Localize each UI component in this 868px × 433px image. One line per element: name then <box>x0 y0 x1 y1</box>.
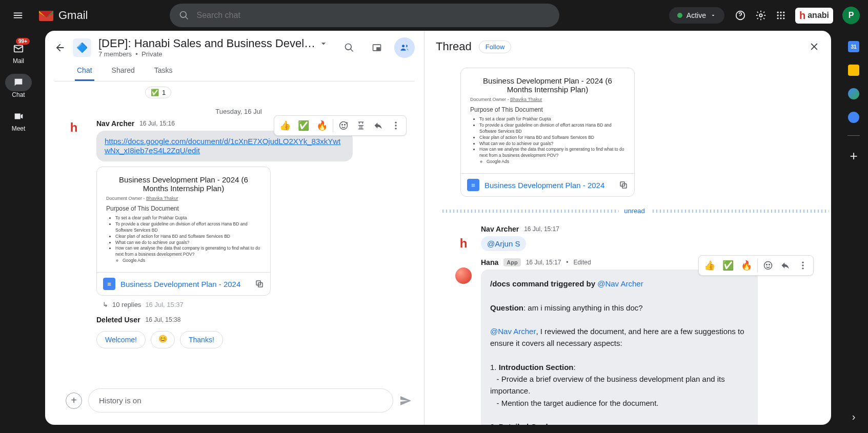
back-arrow-icon[interactable] <box>54 42 66 53</box>
mention-chip[interactable]: @Arjun S <box>481 236 526 251</box>
account-avatar[interactable]: P <box>842 7 860 24</box>
topbar-icons: hanabi P <box>735 7 860 24</box>
smart-replies: Welcome! 😊 Thanks! <box>96 331 412 348</box>
topbar: Gmail Active hanabi P <box>0 0 868 31</box>
sender-name: Deleted User <box>96 316 140 324</box>
compose-row: + History is on <box>45 381 424 425</box>
thread-header: Thread Follow <box>425 31 831 63</box>
messages-list[interactable]: ✅1 Tuesday, 16 Jul 👍 ✅ 🔥 h Nav Archer 16… <box>45 81 424 381</box>
doc-link[interactable]: https://docs.google.com/document/d/1cXnE… <box>105 137 340 155</box>
tab-tasks[interactable]: Tasks <box>152 61 175 81</box>
gdoc-icon: ≡ <box>103 278 115 290</box>
nav-chat[interactable]: Chat <box>0 71 37 101</box>
doc-preview-card[interactable]: Business Development Plan - 2024 (6 Mont… <box>96 167 271 296</box>
nav-mail[interactable]: 99+ Mail <box>0 37 37 68</box>
main-menu-icon[interactable] <box>8 6 28 25</box>
space-avatar-icon: 🔷 <box>73 38 91 57</box>
right-rail: 31 + › <box>839 31 868 433</box>
mention[interactable]: @Nav Archer <box>597 279 643 288</box>
tasks-icon[interactable] <box>848 88 859 99</box>
doc-chip-name[interactable]: Business Development Plan - 2024 <box>120 280 250 288</box>
chat-header: 🔷 [DEP]: Hanabi Sales and Business Devel… <box>45 31 424 81</box>
sender-avatar[interactable]: h <box>455 235 472 252</box>
svg-point-9 <box>780 17 781 19</box>
doc-preview-card[interactable]: Business Development Plan - 2024 (6 Mont… <box>460 68 635 197</box>
nav-meet-label: Meet <box>12 125 26 132</box>
space-title[interactable]: [DEP]: Hanabi Sales and Business Devel… <box>98 37 332 50</box>
search-input[interactable] <box>196 11 550 20</box>
chevron-down-icon[interactable] <box>318 38 329 49</box>
svg-point-6 <box>780 14 781 16</box>
svg-point-29 <box>802 267 803 269</box>
send-icon[interactable] <box>399 395 412 407</box>
thread-column: Thread Follow Business Development Plan … <box>425 31 831 425</box>
gmail-logo[interactable]: Gmail <box>38 9 88 22</box>
members-icon[interactable] <box>394 37 415 58</box>
mail-icon <box>13 43 24 54</box>
svg-point-19 <box>395 128 396 129</box>
app-badge: App <box>503 258 520 266</box>
follow-button[interactable]: Follow <box>479 40 512 53</box>
nav-meet[interactable]: Meet <box>0 105 37 135</box>
svg-point-4 <box>783 12 784 13</box>
contacts-icon[interactable] <box>848 112 859 123</box>
status-dot-icon <box>677 13 682 18</box>
compose-input[interactable]: History is on <box>88 388 393 413</box>
mention[interactable]: @Nav Archer <box>490 327 536 336</box>
thread-title: Thread <box>436 40 472 53</box>
message-time: 16 Jul, 15:16 <box>139 120 175 127</box>
search-bar[interactable] <box>170 4 559 27</box>
svg-point-13 <box>402 45 405 47</box>
help-icon[interactable] <box>735 10 746 21</box>
svg-point-3 <box>780 12 781 13</box>
status-chip[interactable]: Active <box>669 7 724 24</box>
sender-avatar[interactable]: h <box>66 119 82 136</box>
calendar-icon[interactable]: 31 <box>848 41 859 52</box>
gdoc-icon: ≡ <box>467 179 479 191</box>
add-addon-icon[interactable]: + <box>850 148 857 164</box>
chevron-down-icon <box>710 12 716 18</box>
app-message-bubble: /docs command triggered by @Nav Archer Q… <box>481 270 758 425</box>
doc-section-heading: Purpose of This Document <box>106 205 261 212</box>
close-thread-icon[interactable] <box>809 41 820 52</box>
mail-badge: 99+ <box>16 38 30 45</box>
tab-chat[interactable]: Chat <box>75 61 94 81</box>
reaction-chip[interactable]: ✅1 <box>145 87 171 98</box>
svg-point-5 <box>777 14 778 16</box>
attach-plus-icon[interactable]: + <box>66 393 82 409</box>
search-space-icon[interactable] <box>339 37 359 58</box>
svg-point-10 <box>783 17 784 19</box>
collapse-rail-icon[interactable]: › <box>852 411 856 423</box>
gmail-word: Gmail <box>58 9 88 22</box>
chat-icon <box>13 77 24 88</box>
smart-reply-button[interactable]: Thanks! <box>180 331 223 348</box>
date-divider: Tuesday, 16 Jul <box>66 108 412 115</box>
smart-reply-button[interactable]: 😊 <box>151 331 175 348</box>
message-block: 👍 ✅ 🔥 h Nav Archer 16 Jul, 15:16 h <box>66 119 412 308</box>
left-nav: 99+ Mail Chat Meet <box>0 31 37 433</box>
svg-point-2 <box>777 12 778 13</box>
meet-icon <box>13 111 24 122</box>
apps-grid-icon[interactable] <box>776 10 786 20</box>
thread-replies-link[interactable]: ↳ 10 replies 16 Jul, 15:37 <box>103 301 412 308</box>
search-icon <box>179 10 189 20</box>
status-text: Active <box>687 11 706 19</box>
unread-divider: unread <box>440 207 829 215</box>
copy-icon[interactable] <box>619 180 628 190</box>
thread-body[interactable]: Business Development Plan - 2024 (6 Mont… <box>425 63 831 425</box>
copy-icon[interactable] <box>255 279 264 288</box>
keep-icon[interactable] <box>848 65 859 76</box>
gear-icon[interactable] <box>755 10 766 21</box>
svg-rect-12 <box>377 48 380 50</box>
nav-mail-label: Mail <box>13 57 24 65</box>
sender-name[interactable]: Nav Archer <box>96 119 134 128</box>
space-subtitle: 7 members • Private <box>98 50 332 58</box>
message-time: 16 Jul, 15:38 <box>146 316 181 323</box>
pip-icon[interactable] <box>367 37 387 58</box>
doc-preview-title: Business Development Plan - 2024 (6 Mont… <box>106 175 261 193</box>
tab-shared[interactable]: Shared <box>110 61 137 81</box>
smart-reply-button[interactable]: Welcome! <box>96 331 146 348</box>
svg-point-8 <box>777 17 778 19</box>
sender-avatar[interactable] <box>455 267 472 284</box>
brand-chip[interactable]: hanabi <box>795 8 833 24</box>
